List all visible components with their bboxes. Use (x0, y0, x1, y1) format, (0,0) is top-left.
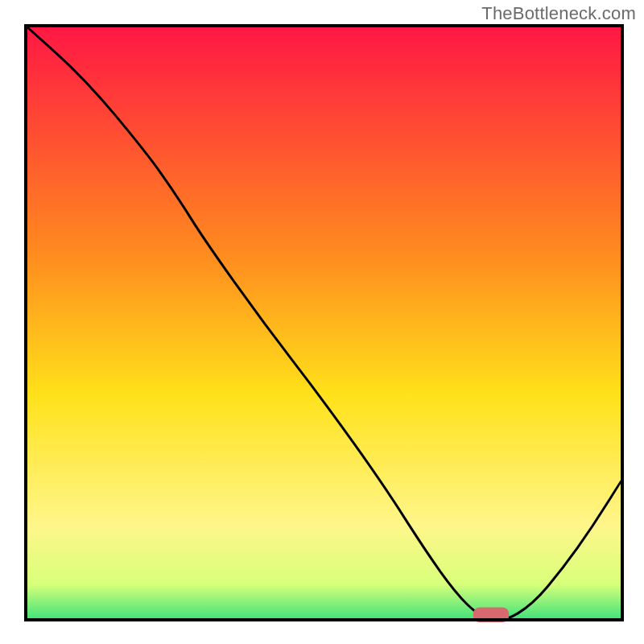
bottleneck-chart (24, 24, 624, 624)
chart-container: TheBottleneck.com (0, 0, 644, 644)
watermark-text: TheBottleneck.com (481, 3, 636, 24)
